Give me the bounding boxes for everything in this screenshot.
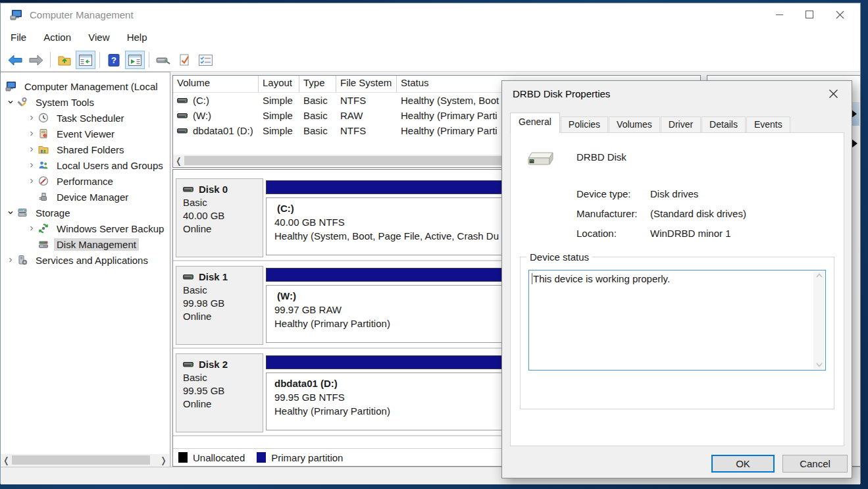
tree-item-task-scheduler[interactable]: Task Scheduler: [1, 110, 170, 126]
location-value: WinDRBD minor 1: [650, 228, 731, 239]
chevron-placeholder: [26, 239, 37, 249]
chevron-right-icon[interactable]: [26, 128, 37, 139]
maximize-button[interactable]: [794, 3, 825, 26]
scroll-left-icon[interactable]: ❬: [1, 455, 12, 465]
tree-item-local-users-groups[interactable]: Local Users and Groups: [1, 157, 170, 173]
chevron-right-icon[interactable]: [5, 255, 16, 265]
tree-item-performance[interactable]: Performance: [1, 173, 170, 189]
device-status-label: Device status: [526, 251, 592, 263]
system-tools-icon: [16, 97, 29, 107]
tree-item-services-applications[interactable]: Services and Applications: [1, 252, 170, 268]
manufacturer-row: Manufacturer: (Standard disk drives): [576, 208, 746, 219]
column-header-volume[interactable]: Volume: [173, 76, 259, 92]
export-list-button[interactable]: [174, 51, 194, 69]
forward-button[interactable]: [26, 51, 46, 69]
menu-view[interactable]: View: [81, 27, 116, 43]
cancel-button[interactable]: Cancel: [782, 455, 848, 473]
tree-item-system-tools[interactable]: System Tools: [1, 94, 170, 110]
services-applications-icon: [16, 255, 29, 265]
tree-item-shared-folders[interactable]: Shared Folders: [1, 142, 170, 157]
tab-volumes[interactable]: Volumes: [609, 116, 660, 133]
location-label: Location:: [576, 228, 650, 239]
tree-item-device-manager[interactable]: Device Manager: [1, 189, 170, 205]
column-header-layout[interactable]: Layout: [259, 76, 299, 92]
console-tree: Computer Management (Local System Tools: [1, 78, 170, 268]
tab-driver[interactable]: Driver: [661, 116, 701, 133]
minimize-button[interactable]: [764, 3, 794, 26]
task-scheduler-icon: [37, 113, 50, 123]
disk1-size: 99.98 GB: [183, 297, 263, 310]
back-button[interactable]: [5, 51, 25, 69]
disk-management-icon: [37, 239, 50, 249]
device-status-text: This device is working properly.: [532, 273, 809, 284]
tree-item-event-viewer[interactable]: Event Viewer: [1, 126, 170, 142]
task-list-button[interactable]: [195, 51, 215, 69]
storage-icon: [16, 207, 29, 218]
scroll-down-icon: [816, 363, 823, 367]
ok-button[interactable]: OK: [711, 455, 775, 473]
chevron-down-icon[interactable]: [5, 97, 16, 107]
device-type-value: Disk drives: [650, 188, 698, 199]
status-vertical-scrollbar[interactable]: [813, 271, 825, 369]
column-header-type[interactable]: Type: [299, 76, 336, 92]
toolbar-separator: [149, 52, 149, 68]
svg-text:?: ?: [111, 55, 116, 65]
menu-file[interactable]: File: [3, 27, 34, 43]
scrollbar-thumb[interactable]: [12, 455, 150, 465]
column-header-file-system[interactable]: File System: [336, 76, 397, 92]
disk2-state: Online: [183, 398, 263, 411]
event-viewer-icon: [37, 128, 50, 139]
volume-icon: [177, 128, 189, 134]
expand-right-icon[interactable]: [852, 139, 857, 148]
chevron-right-icon[interactable]: [26, 176, 37, 186]
tree-item-storage[interactable]: Storage: [1, 205, 170, 220]
performance-icon: [37, 176, 50, 186]
tree-item-disk-management[interactable]: Disk Management: [1, 236, 170, 252]
menu-action[interactable]: Action: [36, 27, 78, 43]
tree-horizontal-scrollbar[interactable]: ❬ ❭: [1, 454, 169, 466]
scroll-up-icon: [816, 273, 823, 278]
up-folder-button[interactable]: [55, 51, 74, 69]
device-type-label: Device type:: [576, 188, 650, 199]
shared-folders-icon: [37, 144, 50, 155]
volume-icon: [177, 97, 189, 104]
tab-details[interactable]: Details: [702, 116, 746, 133]
menu-help[interactable]: Help: [120, 27, 155, 43]
device-status-groupbox: Device status This device is working pro…: [520, 257, 834, 409]
chevron-down-icon[interactable]: [5, 207, 16, 218]
chevron-right-icon[interactable]: [26, 223, 37, 234]
chevron-right-icon[interactable]: [26, 113, 37, 123]
manufacturer-label: Manufacturer:: [576, 208, 650, 219]
disk2-header[interactable]: Disk 2 Basic 99.95 GB Online: [176, 353, 263, 432]
tab-events[interactable]: Events: [746, 116, 790, 133]
local-users-groups-icon: [37, 160, 50, 170]
dialog-close-button[interactable]: [820, 84, 846, 103]
disk1-header[interactable]: Disk 1 Basic 99.98 GB Online: [176, 266, 263, 345]
chevron-right-icon[interactable]: [26, 144, 37, 155]
show-action-pane-button[interactable]: [125, 51, 145, 69]
window-title: Computer Management: [30, 9, 134, 20]
tree-item-computer-management[interactable]: Computer Management (Local: [1, 78, 170, 94]
tab-policies[interactable]: Policies: [561, 116, 608, 133]
volume-icon: [177, 113, 189, 119]
console-properties-button[interactable]: [153, 51, 173, 69]
disk0-header[interactable]: Disk 0 Basic 40.00 GB Online: [176, 178, 263, 257]
disk2-type: Basic: [183, 371, 263, 384]
property-tabs: General Policies Volumes Driver Details …: [510, 115, 791, 133]
unallocated-swatch: [178, 452, 188, 463]
show-console-tree-button[interactable]: [76, 51, 95, 69]
device-status-textbox[interactable]: This device is working properly.: [528, 270, 826, 371]
close-button[interactable]: [825, 3, 855, 26]
help-button[interactable]: ?: [104, 51, 124, 69]
tree-item-windows-server-backup[interactable]: Windows Server Backup: [1, 220, 170, 236]
console-tree-pane: Computer Management (Local System Tools: [1, 72, 170, 467]
disk0-size: 40.00 GB: [183, 209, 263, 222]
chevron-right-icon[interactable]: [26, 160, 37, 170]
dialog-title: DRBD Disk Properties: [513, 88, 610, 99]
tab-general[interactable]: General: [510, 113, 560, 133]
title-bar: Computer Management: [1, 3, 860, 27]
location-row: Location: WinDRBD minor 1: [576, 228, 731, 239]
legend-primary-partition-label: Primary partition: [271, 452, 343, 463]
scroll-left-icon[interactable]: ❬: [173, 156, 184, 166]
scroll-right-icon[interactable]: ❭: [158, 455, 169, 465]
